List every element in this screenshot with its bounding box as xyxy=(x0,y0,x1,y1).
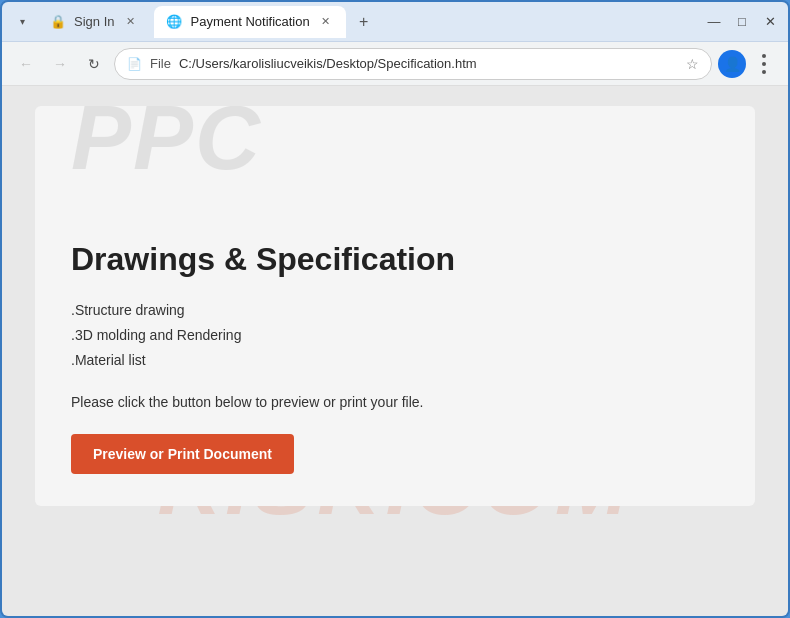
toolbar: ← → ↻ 📄 File C:/Users/karolisliucveikis/… xyxy=(2,42,788,86)
title-bar: ▾ 🔒 Sign In ✕ 🌐 Payment Notification ✕ +… xyxy=(2,2,788,42)
window-controls: — □ ✕ xyxy=(704,12,780,32)
tab-signin-close[interactable]: ✕ xyxy=(122,14,138,30)
forward-button[interactable]: → xyxy=(46,50,74,78)
preview-print-button[interactable]: Preview or Print Document xyxy=(71,434,294,474)
menu-dot-3 xyxy=(762,70,766,74)
browser-content: RISK.COM PPC Drawings & Specification .S… xyxy=(2,86,788,618)
bookmark-icon[interactable]: ☆ xyxy=(686,56,699,72)
url-text: C:/Users/karolisliucveikis/Desktop/Speci… xyxy=(179,56,678,71)
toolbar-right: 👤 xyxy=(718,50,778,78)
profile-button[interactable]: 👤 xyxy=(718,50,746,78)
list-item-2: .3D molding and Rendering xyxy=(71,323,719,348)
file-icon: 📄 xyxy=(127,57,142,71)
tab-signin-icon: 🔒 xyxy=(50,14,66,30)
document-card: PPC Drawings & Specification .Structure … xyxy=(35,106,755,506)
document-title: Drawings & Specification xyxy=(71,241,719,278)
maximize-button[interactable]: □ xyxy=(732,12,752,32)
tab-payment-close[interactable]: ✕ xyxy=(318,14,334,30)
list-item-1: .Structure drawing xyxy=(71,298,719,323)
tab-signin-label: Sign In xyxy=(74,14,114,29)
tab-signin[interactable]: 🔒 Sign In ✕ xyxy=(38,6,150,38)
new-tab-button[interactable]: + xyxy=(350,8,378,36)
refresh-button[interactable]: ↻ xyxy=(80,50,108,78)
tab-payment-label: Payment Notification xyxy=(190,14,309,29)
tab-payment[interactable]: 🌐 Payment Notification ✕ xyxy=(154,6,345,38)
close-button[interactable]: ✕ xyxy=(760,12,780,32)
address-bar[interactable]: 📄 File C:/Users/karolisliucveikis/Deskto… xyxy=(114,48,712,80)
back-button[interactable]: ← xyxy=(12,50,40,78)
menu-button[interactable] xyxy=(750,50,778,78)
menu-dot-2 xyxy=(762,62,766,66)
card-watermark: PPC xyxy=(71,106,719,190)
list-item-3: .Material list xyxy=(71,348,719,373)
document-description: Please click the button below to preview… xyxy=(71,394,719,410)
file-protocol-label: File xyxy=(150,56,171,71)
tab-payment-icon: 🌐 xyxy=(166,14,182,30)
tabs-dropdown-arrow[interactable]: ▾ xyxy=(10,10,34,34)
minimize-button[interactable]: — xyxy=(704,12,724,32)
document-list: .Structure drawing .3D molding and Rende… xyxy=(71,298,719,374)
menu-dot-1 xyxy=(762,54,766,58)
